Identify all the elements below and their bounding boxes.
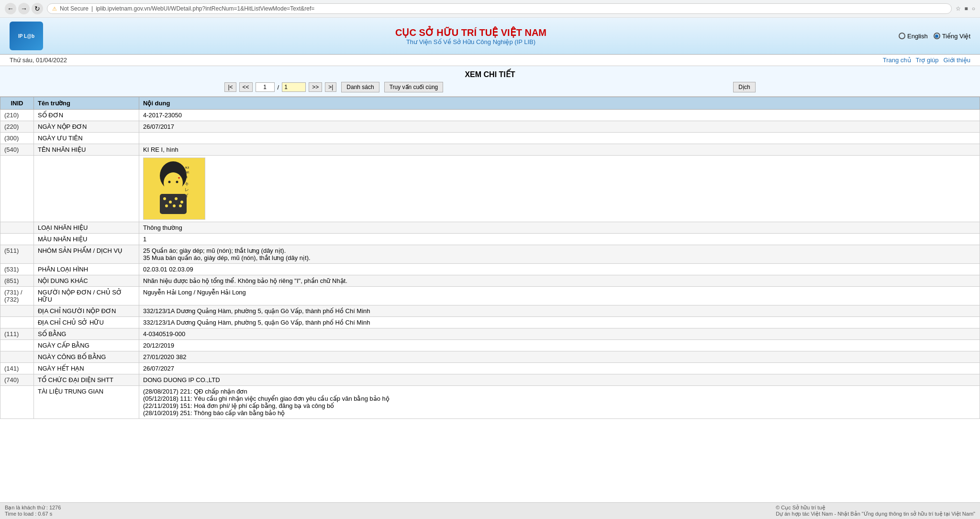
forward-button[interactable]: → xyxy=(18,3,30,14)
bookmark-icon[interactable]: ☆ xyxy=(956,5,961,12)
navigation-controls[interactable]: |< << / >> >| Danh sách Truy vấn cuối cù… xyxy=(4,82,976,92)
date-bar: Thứ sáu, 01/04/2022 Trang chủ Trợ giúp G… xyxy=(0,55,980,66)
url-text: iplib.ipvietnam.gov.vn/WebUI/WDetail.php… xyxy=(96,5,314,12)
detail-title: XEM CHI TIẾT xyxy=(4,70,976,79)
query-button[interactable]: Truy vấn cuối cùng xyxy=(384,82,444,92)
cell-field: TÊN NHÃN HIỆU xyxy=(34,144,139,156)
radio-vietnamese-selected xyxy=(935,34,938,38)
browser-bar: ← → ↻ ⚠ Not Secure | iplib.ipvietnam.gov… xyxy=(0,0,980,18)
cell-field: ĐỊA CHỈ CHỦ SỞ HỮU xyxy=(34,317,139,328)
cell-content: 332/123/1A Dương Quảng Hàm, phường 5, qu… xyxy=(139,305,980,317)
lang-vietnamese[interactable]: Tiếng Việt xyxy=(934,33,970,40)
table-row: (731) / (732)NGƯỜI NỘP ĐƠN / CHỦ SỞ HỮUN… xyxy=(0,287,980,305)
lang-english[interactable]: English xyxy=(899,33,928,40)
extension-icon[interactable]: ■ xyxy=(965,5,968,12)
browser-action-icons: ☆ ■ ○ xyxy=(956,5,976,12)
cell-field: SỐ BẰNG xyxy=(34,328,139,340)
cell-content xyxy=(139,133,980,144)
profile-icon[interactable]: ○ xyxy=(972,5,975,12)
svg-text:レ: レ xyxy=(185,187,189,192)
cell-field: NHÓM SẢN PHẨM / DỊCH VỤ xyxy=(34,245,139,264)
next-page-button[interactable]: >> xyxy=(309,82,322,92)
language-switch[interactable]: English Tiếng Việt xyxy=(899,33,970,40)
svg-text:RE: RE xyxy=(185,170,189,174)
cell-inid: (731) / (732) xyxy=(0,287,34,305)
table-row: LOẠI NHÃN HIỆUThông thường xyxy=(0,222,980,234)
table-row: (220)NGÀY NỘP ĐƠN26/07/2017 xyxy=(0,121,980,133)
table-row: (210)SỐ ĐƠN4-2017-23050 xyxy=(0,110,980,121)
cell-content: 02.03.01 02.03.09 xyxy=(139,264,980,275)
svg-text:I: I xyxy=(186,175,188,179)
intro-link[interactable]: Giới thiệu xyxy=(944,56,970,64)
table-row: (511)NHÓM SẢN PHẨM / DỊCH VỤ25 Quần áo; … xyxy=(0,245,980,264)
col-header-content: Nội dung xyxy=(139,97,980,110)
url-separator: | xyxy=(91,5,93,12)
radio-english[interactable] xyxy=(899,33,905,39)
list-button[interactable]: Danh sách xyxy=(341,82,379,92)
cell-field: NGÀY NỘP ĐƠN xyxy=(34,121,139,133)
top-links[interactable]: Trang chủ Trợ giúp Giới thiệu xyxy=(883,56,970,64)
cell-field: NGÀY CẤP BẰNG xyxy=(34,340,139,351)
svg-point-9 xyxy=(180,201,183,203)
svg-text:キ: キ xyxy=(185,181,189,186)
svg-point-6 xyxy=(163,197,166,200)
total-pages-input[interactable] xyxy=(282,82,306,92)
help-link[interactable]: Trợ giúp xyxy=(916,56,939,64)
cell-field: ĐỊA CHỈ NGƯỜI NỘP ĐƠN xyxy=(34,305,139,317)
cell-inid: (540) xyxy=(0,144,34,156)
cell-field: MÀU NHÃN HIỆU xyxy=(34,234,139,245)
prev-page-button[interactable]: << xyxy=(239,82,253,92)
cell-content: DONG DUONG IP CO.,LTD xyxy=(139,374,980,386)
cell-content: KI RE I, hình xyxy=(139,144,980,156)
table-row-image: ♥ KI RE I キ レ xyxy=(0,156,980,222)
table-row: (531)PHÂN LOẠI HÌNH02.03.01 02.03.09 xyxy=(0,264,980,275)
translate-button[interactable]: Dịch xyxy=(733,82,755,92)
cell-field: NỘI DUNG KHÁC xyxy=(34,275,139,287)
site-title-main: CỤC SỞ HỮU TRÍ TUỆ VIỆT NAM xyxy=(43,27,899,38)
table-row: (851)NỘI DUNG KHÁCNhãn hiệu được bảo hộ … xyxy=(0,275,980,287)
svg-rect-5 xyxy=(160,194,187,214)
cell-content: (28/08/2017) 221: QĐ chấp nhận đơn(05/12… xyxy=(139,386,980,419)
first-page-button[interactable]: |< xyxy=(224,82,236,92)
cell-field: NGÀY HẾT HẠN xyxy=(34,363,139,374)
last-page-button[interactable]: >| xyxy=(325,82,336,92)
cell-inid: (511) xyxy=(0,245,34,264)
detail-header: XEM CHI TIẾT |< << / >> >| Danh sách Tru… xyxy=(0,66,980,97)
radio-vietnamese[interactable] xyxy=(934,33,940,39)
reload-button[interactable]: ↻ xyxy=(32,3,43,14)
home-link[interactable]: Trang chủ xyxy=(883,56,911,64)
cell-field: PHÂN LOẠI HÌNH xyxy=(34,264,139,275)
cell-inid: (851) xyxy=(0,275,34,287)
back-button[interactable]: ← xyxy=(5,3,16,14)
trademark-svg: ♥ KI RE I キ レ xyxy=(145,159,203,219)
cell-content: Nguyễn Hải Long / Nguyễn Hải Long xyxy=(139,287,980,305)
cell-content: 25 Quần áo; giày dép; mũ (nón); thắt lưn… xyxy=(139,245,980,264)
cell-inid xyxy=(0,386,34,419)
cell-content: 1 xyxy=(139,234,980,245)
table-row: TÀI LIỆU TRUNG GIAN(28/08/2017) 221: QĐ … xyxy=(0,386,980,419)
table-row: NGÀY CÔNG BỐ BẰNG27/01/2020 382 xyxy=(0,351,980,363)
cell-empty xyxy=(0,156,34,222)
cell-inid: (740) xyxy=(0,374,34,386)
svg-point-10 xyxy=(165,204,168,207)
cell-field: SỐ ĐƠN xyxy=(34,110,139,121)
cell-inid xyxy=(0,351,34,363)
cell-field: NGÀY ƯU TIÊN xyxy=(34,133,139,144)
svg-point-3 xyxy=(176,181,178,183)
cell-inid xyxy=(0,234,34,245)
cell-inid xyxy=(0,317,34,328)
svg-point-8 xyxy=(175,197,178,200)
table-row: ĐỊA CHỈ NGƯỜI NỘP ĐƠN332/123/1A Dương Qu… xyxy=(0,305,980,317)
browser-nav-buttons[interactable]: ← → ↻ xyxy=(5,3,43,14)
cell-inid: (300) xyxy=(0,133,34,144)
cell-inid xyxy=(0,222,34,234)
svg-text:♥: ♥ xyxy=(178,176,180,180)
address-bar[interactable]: ⚠ Not Secure | iplib.ipvietnam.gov.vn/We… xyxy=(47,3,952,14)
current-page-input[interactable] xyxy=(256,82,275,92)
cell-field: NGƯỜI NỘP ĐƠN / CHỦ SỞ HỮU xyxy=(34,287,139,305)
lang-english-label: English xyxy=(907,33,928,40)
svg-point-2 xyxy=(168,181,171,183)
table-row: (141)NGÀY HẾT HẠN26/07/2027 xyxy=(0,363,980,374)
page-separator: / xyxy=(278,84,279,91)
site-title-sub: Thư Viện Số Về Sở Hữu Công Nghiệp (IP LI… xyxy=(43,38,899,45)
